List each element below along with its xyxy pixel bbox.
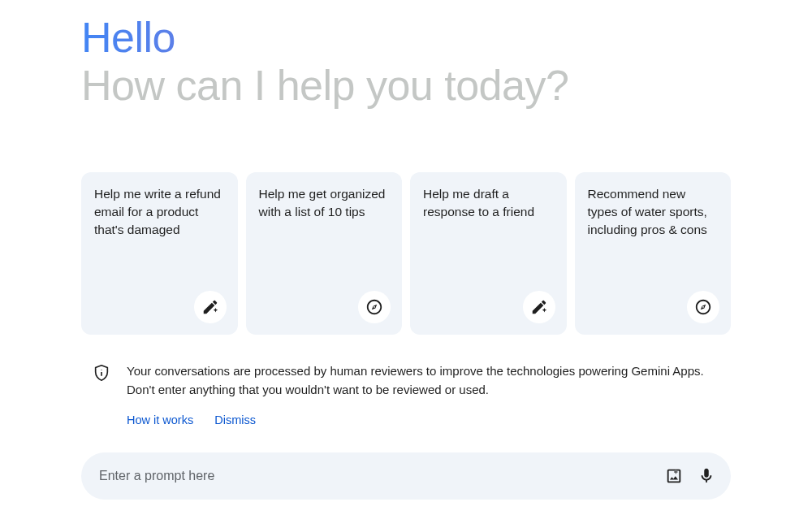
privacy-notice: Your conversations are processed by huma… <box>81 359 731 430</box>
suggestion-card[interactable]: Recommend new types of water sports, inc… <box>575 172 732 335</box>
image-upload-icon[interactable] <box>664 466 684 486</box>
suggestion-card-text: Recommend new types of water sports, inc… <box>588 185 719 238</box>
suggestion-card[interactable]: Help me get organized with a list of 10 … <box>246 172 403 335</box>
prompt-bar[interactable] <box>81 452 731 500</box>
suggestion-card-text: Help me write a refund email for a produ… <box>94 185 225 238</box>
greeting-title: Hello <box>81 15 731 61</box>
compass-icon <box>358 291 391 323</box>
how-it-works-link[interactable]: How it works <box>127 413 193 426</box>
dismiss-button[interactable]: Dismiss <box>214 413 256 426</box>
pencil-spark-icon <box>194 291 227 323</box>
svg-point-1 <box>101 370 102 370</box>
suggestion-cards-row: Help me write a refund email for a produ… <box>81 172 731 335</box>
shield-info-icon <box>93 364 110 385</box>
suggestion-card[interactable]: Help me write a refund email for a produ… <box>81 172 238 335</box>
suggestion-card-text: Help me draft a response to a friend <box>423 185 554 220</box>
microphone-icon[interactable] <box>697 466 716 486</box>
prompt-input[interactable] <box>99 469 664 483</box>
suggestion-card-text: Help me get organized with a list of 10 … <box>259 185 390 220</box>
subheading: How can I help you today? <box>81 63 731 109</box>
compass-icon <box>687 291 719 323</box>
pencil-spark-icon <box>523 291 555 323</box>
privacy-notice-text: Your conversations are processed by huma… <box>127 362 719 399</box>
suggestion-card[interactable]: Help me draft a response to a friend <box>410 172 567 335</box>
